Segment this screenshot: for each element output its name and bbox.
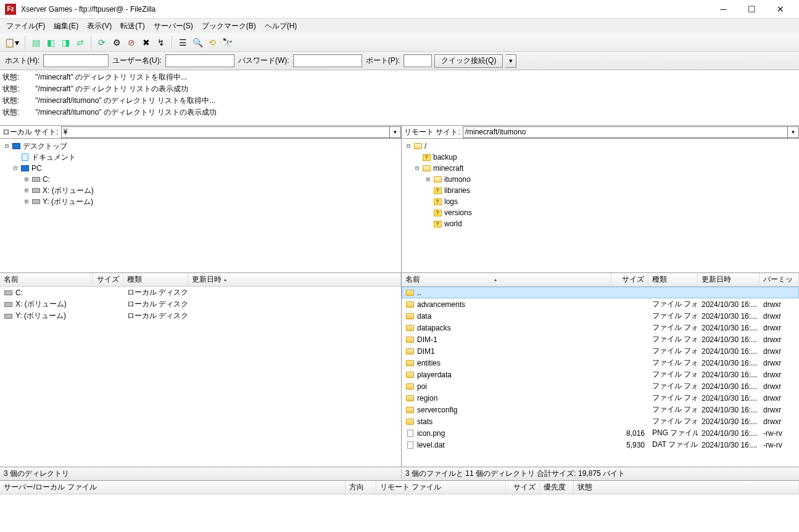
list-item[interactable]: serverconfigファイル フォ...2024/10/30 16:...d… bbox=[402, 404, 799, 415]
maximize-button[interactable]: ☐ bbox=[738, 1, 766, 18]
item-perm: drwxr bbox=[760, 370, 799, 379]
tree-item-minecraft[interactable]: minecraft bbox=[433, 163, 463, 174]
host-input[interactable] bbox=[43, 54, 109, 67]
col-type[interactable]: 種類 bbox=[648, 273, 698, 286]
minimize-button[interactable]: ─ bbox=[710, 1, 737, 18]
list-item[interactable]: X: (ボリューム)ローカル ディスク bbox=[0, 298, 401, 310]
tree-item-c[interactable]: C: bbox=[43, 174, 50, 185]
col-date[interactable]: 更新日時▴ bbox=[188, 273, 401, 286]
menu-help[interactable]: ヘルプ(H) bbox=[261, 20, 301, 33]
remote-file-list[interactable]: 名前▴ サイズ 種類 更新日時 パーミッ ..advancementsファイル … bbox=[402, 273, 799, 467]
list-item[interactable]: poiファイル フォ...2024/10/30 16:...drwxr bbox=[402, 380, 799, 392]
tree-item-desktop[interactable]: デスクトップ bbox=[23, 141, 67, 152]
list-item[interactable]: playerdataファイル フォ...2024/10/30 16:...drw… bbox=[402, 369, 799, 380]
expand-icon[interactable]: ⊞ bbox=[424, 174, 433, 185]
col-name[interactable]: 名前▴ bbox=[402, 273, 611, 286]
tree-item-x[interactable]: X: (ボリューム) bbox=[43, 185, 94, 196]
menu-edit[interactable]: 編集(E) bbox=[50, 20, 82, 33]
col-size[interactable]: サイズ bbox=[611, 273, 648, 286]
expand-icon[interactable]: ⊞ bbox=[22, 174, 31, 185]
menu-view[interactable]: 表示(V) bbox=[83, 20, 115, 33]
local-site-input[interactable] bbox=[61, 126, 390, 138]
tree-item-root[interactable]: / bbox=[424, 141, 426, 152]
tree-item-versions[interactable]: versions bbox=[444, 207, 472, 218]
menu-file[interactable]: ファイル(F) bbox=[2, 20, 49, 33]
expand-icon[interactable]: ⊟ bbox=[11, 163, 20, 174]
col-name[interactable]: 名前 bbox=[0, 273, 93, 286]
list-item[interactable]: regionファイル フォ...2024/10/30 16:...drwxr bbox=[402, 392, 799, 404]
col-remote-file[interactable]: リモート ファイル bbox=[376, 481, 506, 494]
item-type: ファイル フォ... bbox=[648, 299, 698, 309]
list-item[interactable]: DIM1ファイル フォ...2024/10/30 16:...drwxr bbox=[402, 345, 799, 357]
reconnect-button[interactable]: ↯ bbox=[154, 36, 168, 49]
remote-site-input[interactable] bbox=[463, 126, 788, 138]
expand-icon[interactable]: ⊞ bbox=[22, 185, 31, 196]
menu-bookmarks[interactable]: ブックマーク(B) bbox=[198, 20, 260, 33]
list-item[interactable]: dataファイル フォ...2024/10/30 16:...drwxr bbox=[402, 310, 799, 322]
list-item[interactable]: icon.png8,016PNG ファイル2024/10/30 16:...-r… bbox=[402, 427, 799, 439]
message-log[interactable]: 状態: "/minecraft" のディレクトリ リストを取得中...状態: "… bbox=[0, 70, 799, 126]
site-manager-button[interactable]: 📋▾ bbox=[2, 36, 21, 49]
tree-item-y[interactable]: Y: (ボリューム) bbox=[43, 196, 93, 207]
toggle-remote-tree-button[interactable]: ◨ bbox=[59, 36, 72, 49]
expand-icon[interactable]: ⊟ bbox=[2, 141, 11, 152]
sync-browse-button[interactable]: ⟲ bbox=[205, 36, 219, 49]
list-item[interactable]: DIM-1ファイル フォ...2024/10/30 16:...drwxr bbox=[402, 334, 799, 345]
cancel-button[interactable]: ⊘ bbox=[125, 36, 138, 49]
process-queue-button[interactable]: ⚙ bbox=[110, 36, 123, 49]
list-item[interactable]: C:ローカル ディスク bbox=[0, 287, 401, 298]
local-site-dropdown[interactable]: ▼ bbox=[390, 126, 401, 138]
toggle-local-tree-button[interactable]: ◧ bbox=[44, 36, 57, 49]
port-input[interactable] bbox=[404, 54, 432, 67]
quickconnect-bar: ホスト(H): ユーザー名(U): パスワード(W): ポート(P): クイック… bbox=[0, 52, 799, 70]
item-date: 2024/10/30 16:... bbox=[698, 417, 760, 426]
transfer-queue[interactable] bbox=[0, 494, 799, 519]
compare-button[interactable]: 🔍 bbox=[191, 36, 204, 49]
expand-icon[interactable]: ⊟ bbox=[413, 163, 421, 174]
col-type[interactable]: 種類 bbox=[123, 273, 188, 286]
list-item[interactable]: entitiesファイル フォ...2024/10/30 16:...drwxr bbox=[402, 357, 799, 369]
list-item[interactable]: Y: (ボリューム)ローカル ディスク bbox=[0, 310, 401, 322]
col-direction[interactable]: 方向 bbox=[346, 481, 376, 494]
toggle-queue-button[interactable]: ⇄ bbox=[73, 36, 87, 49]
tree-item-world[interactable]: world bbox=[444, 218, 462, 229]
quickconnect-button[interactable]: クイック接続(Q) bbox=[434, 54, 503, 68]
quickconnect-dropdown[interactable]: ▼ bbox=[505, 54, 516, 68]
list-item[interactable]: datapacksファイル フォ...2024/10/30 16:...drwx… bbox=[402, 322, 799, 334]
tree-item-pc[interactable]: PC bbox=[31, 163, 42, 174]
expand-icon[interactable]: ⊟ bbox=[404, 141, 413, 152]
tree-item-itumono[interactable]: itumono bbox=[444, 174, 471, 185]
item-name: datapacks bbox=[417, 324, 451, 332]
toggle-log-button[interactable]: ▤ bbox=[29, 36, 43, 49]
menu-transfer[interactable]: 転送(T) bbox=[117, 20, 148, 33]
remote-tree[interactable]: ⊟/ ?backup ⊟minecraft ⊞itumono ?librarie… bbox=[402, 139, 799, 272]
col-perm[interactable]: パーミッ bbox=[760, 273, 799, 286]
tree-item-libraries[interactable]: libraries bbox=[444, 185, 470, 196]
remote-site-dropdown[interactable]: ▼ bbox=[788, 126, 799, 138]
local-tree[interactable]: ⊟デスクトップ ドキュメント ⊟PC ⊞C: ⊞X: (ボリューム) ⊞Y: (… bbox=[0, 139, 402, 272]
refresh-button[interactable]: ⟳ bbox=[95, 36, 109, 49]
tree-item-logs[interactable]: logs bbox=[444, 196, 458, 207]
list-item[interactable]: advancementsファイル フォ...2024/10/30 16:...d… bbox=[402, 298, 799, 310]
col-date[interactable]: 更新日時 bbox=[698, 273, 760, 286]
search-button[interactable]: 🔭 bbox=[220, 36, 234, 49]
col-server[interactable]: サーバー/ローカル ファイル bbox=[0, 481, 346, 494]
item-type: ファイル フォ... bbox=[648, 381, 698, 391]
list-item[interactable]: .. bbox=[402, 287, 799, 298]
username-input[interactable] bbox=[165, 54, 234, 67]
col-queue-status[interactable]: 状態 bbox=[574, 481, 799, 494]
tree-item-documents[interactable]: ドキュメント bbox=[31, 152, 76, 163]
col-priority[interactable]: 優先度 bbox=[540, 481, 574, 494]
disconnect-button[interactable]: ✖ bbox=[139, 36, 153, 49]
close-button[interactable]: ✕ bbox=[766, 1, 794, 18]
local-file-list[interactable]: 名前 サイズ 種類 更新日時▴ C:ローカル ディスクX: (ボリューム)ローカ… bbox=[0, 273, 402, 467]
filter-button[interactable]: ☰ bbox=[176, 36, 189, 49]
menu-server[interactable]: サーバー(S) bbox=[150, 20, 197, 33]
list-item[interactable]: level.dat5,930DAT ファイル2024/10/30 16:...-… bbox=[402, 439, 799, 451]
list-item[interactable]: statsファイル フォ...2024/10/30 16:...drwxr bbox=[402, 415, 799, 427]
col-queue-size[interactable]: サイズ bbox=[506, 481, 540, 494]
expand-icon[interactable]: ⊞ bbox=[22, 196, 31, 207]
col-size[interactable]: サイズ bbox=[93, 273, 123, 286]
password-input[interactable] bbox=[293, 54, 362, 67]
tree-item-backup[interactable]: backup bbox=[433, 152, 457, 163]
